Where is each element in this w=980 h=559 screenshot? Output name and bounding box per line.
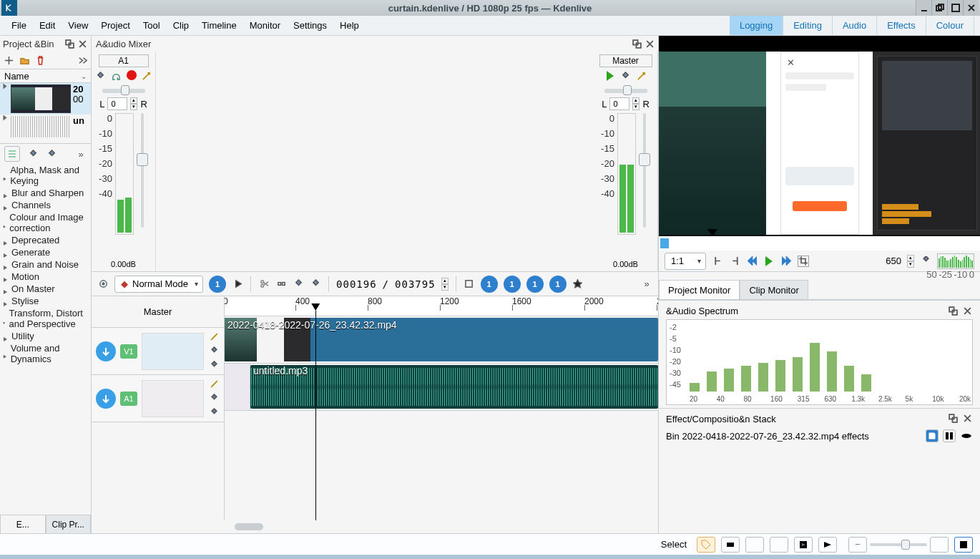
master-wand-icon[interactable]: [636, 70, 647, 82]
monitor-ruler[interactable]: [659, 236, 980, 251]
panel-float-icon[interactable]: [631, 38, 642, 49]
volume-fader[interactable]: [137, 113, 148, 235]
workspace-effects[interactable]: Effects: [877, 16, 926, 35]
mixer-master-label[interactable]: Master: [599, 54, 652, 67]
clip-monitor-view[interactable]: ✕: [659, 36, 980, 251]
effects-node[interactable]: Stylise: [1, 295, 89, 307]
track-collapse-icon[interactable]: [96, 341, 116, 361]
delete-icon[interactable]: [34, 54, 46, 66]
track-fx2-icon[interactable]: [208, 346, 220, 357]
playhead[interactable]: [315, 311, 316, 520]
monitor-play-icon[interactable]: [763, 256, 775, 267]
master-pan-spin[interactable]: ▴▾: [632, 97, 640, 110]
track-fx2-icon[interactable]: [208, 393, 220, 404]
blue-fx-icon[interactable]: [293, 278, 304, 290]
track-lane-v1[interactable]: 2022-0418-2022-07-26_23.42.32.mp4: [225, 316, 658, 364]
effects-node[interactable]: Deprecated: [1, 234, 89, 246]
effects-node[interactable]: Utility: [1, 330, 89, 342]
effects-node[interactable]: Grain and Noise: [1, 258, 89, 271]
star-favorite-icon[interactable]: [572, 278, 584, 290]
status-split-icon[interactable]: [770, 537, 788, 553]
status-tag-icon[interactable]: [697, 537, 715, 553]
monitor-zoom-dropdown[interactable]: 1:1: [665, 253, 706, 270]
monitor-in-marker[interactable]: [660, 238, 669, 248]
status-clip-icon[interactable]: [721, 537, 740, 553]
fx-icon[interactable]: [141, 70, 152, 82]
effects-node[interactable]: Volume and Dynamics: [1, 342, 89, 365]
timeline-chip-1[interactable]: 1: [209, 276, 226, 293]
spacer-icon[interactable]: [275, 278, 287, 290]
timeline-settings-icon[interactable]: [97, 278, 109, 290]
pan-spin-buttons[interactable]: ▴▾: [130, 97, 137, 110]
rewind-icon[interactable]: [746, 256, 758, 267]
workspace-logging[interactable]: Logging: [730, 16, 783, 35]
effects-tab-clip-pr[interactable]: Clip Pr...: [46, 515, 92, 533]
menu-edit[interactable]: Edit: [34, 18, 61, 33]
menu-tool[interactable]: Tool: [137, 18, 166, 33]
panel-close-icon[interactable]: [961, 413, 973, 424]
panel-float-icon[interactable]: [947, 305, 959, 316]
bin-item-video[interactable]: 2000: [0, 83, 91, 115]
panel-float-icon[interactable]: [947, 413, 959, 424]
timeline-play-icon[interactable]: [232, 278, 243, 290]
zoom-in-icon[interactable]: [930, 537, 949, 553]
status-preview-icon[interactable]: [794, 537, 813, 553]
expand-icon[interactable]: [1, 116, 9, 120]
crop-icon[interactable]: [798, 256, 809, 267]
effects-tab-e[interactable]: E...: [0, 515, 46, 533]
effects-node[interactable]: Colour and Image correction: [1, 211, 89, 234]
monitor-fx-icon[interactable]: [920, 256, 931, 267]
track-head-a1[interactable]: A1: [92, 375, 224, 422]
effects-node[interactable]: Generate: [1, 246, 89, 258]
menu-view[interactable]: View: [62, 18, 94, 33]
stack-split-icon[interactable]: [943, 429, 956, 442]
effects-node[interactable]: Alpha, Mask and Keying: [1, 164, 89, 187]
timeline-master-header[interactable]: Master: [92, 296, 224, 328]
workspace-editing[interactable]: Editing: [783, 16, 833, 35]
menu-file[interactable]: File: [6, 18, 32, 33]
timeline-mode-dropdown[interactable]: ◆Normal Mode: [114, 276, 203, 293]
menu-settings[interactable]: Settings: [288, 18, 333, 33]
panel-close-icon[interactable]: [77, 38, 88, 49]
master-pan-slider[interactable]: [604, 89, 647, 93]
clip-video[interactable]: 2022-0418-2022-07-26_23.42.32.mp4: [225, 318, 658, 361]
new-folder-icon[interactable]: [19, 54, 30, 66]
timeline-more-icon[interactable]: »: [641, 278, 652, 290]
effects-list-view-icon[interactable]: [4, 146, 20, 162]
monitor-frame-spin[interactable]: ▴▾: [907, 255, 914, 268]
panel-close-icon[interactable]: [644, 38, 655, 49]
timeline-ruler[interactable]: 0400800120016002000240: [225, 296, 658, 316]
tab-clip-monitor[interactable]: Clip Monitor: [740, 280, 808, 299]
mix-chip-3[interactable]: 1: [526, 276, 544, 293]
workspace-audio[interactable]: Audio: [833, 16, 877, 35]
bin-item-audio[interactable]: un: [0, 115, 91, 139]
effects-node[interactable]: Blur and Sharpen: [1, 187, 89, 199]
menu-clip[interactable]: Clip: [167, 18, 195, 33]
track-lane-a1[interactable]: untitled.mp3: [225, 364, 658, 411]
effects-node[interactable]: On Master: [1, 283, 89, 295]
track-fx-icon[interactable]: [208, 379, 220, 390]
stack-visibility-icon[interactable]: [960, 429, 973, 442]
bin-more-icon[interactable]: [77, 54, 88, 66]
mute-icon[interactable]: [95, 70, 107, 82]
window-close-button[interactable]: [963, 0, 979, 16]
timeline-tracks[interactable]: 0400800120016002000240 2022-0418-2022-07…: [225, 296, 658, 520]
track-fx-icon[interactable]: [208, 331, 220, 343]
track-fx3-icon[interactable]: [208, 360, 220, 371]
expand-icon[interactable]: [1, 84, 9, 88]
effects-more-icon[interactable]: »: [75, 148, 87, 160]
add-clip-icon[interactable]: [3, 54, 14, 66]
track-head-v1[interactable]: V1: [92, 328, 224, 375]
status-speed-icon[interactable]: [818, 537, 837, 553]
master-pan-value[interactable]: 0: [609, 97, 629, 110]
master-fx-icon[interactable]: [620, 70, 632, 82]
mix-chip-4[interactable]: 1: [549, 276, 567, 293]
scissors-icon[interactable]: [258, 278, 270, 290]
mix-chip-2[interactable]: 1: [504, 276, 521, 293]
headphones-icon[interactable]: [111, 70, 122, 82]
mark-out-icon[interactable]: [729, 256, 740, 267]
pan-value[interactable]: 0: [107, 97, 127, 110]
workspace-colour[interactable]: Colour: [926, 16, 974, 35]
panel-float-icon[interactable]: [64, 38, 75, 49]
window-resize-bar[interactable]: [0, 555, 980, 559]
